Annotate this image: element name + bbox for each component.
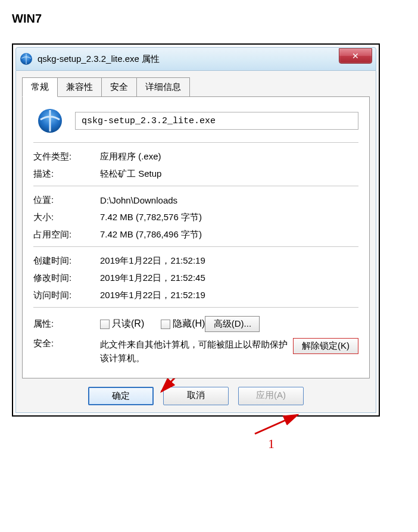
readonly-checkbox[interactable]: 只读(R) — [100, 318, 144, 330]
row-security: 安全: 此文件来自其他计算机，可能被阻止以帮助保护该计算机。 解除锁定(K) — [33, 338, 358, 365]
window-title: qskg-setup_2.3.2_lite.exe 属性 — [38, 54, 160, 65]
hidden-checkbox[interactable]: 隐藏(H) — [161, 318, 205, 330]
svg-line-2 — [255, 415, 298, 434]
attributes-label: 属性: — [33, 318, 100, 330]
modified-value: 2019年1月22日，21:52:45 — [100, 273, 358, 284]
annotation-arrow-1 — [243, 410, 314, 439]
apply-button[interactable]: 应用(A) — [238, 387, 304, 405]
ok-button[interactable]: 确定 — [88, 387, 154, 405]
row-accessed: 访问时间: 2019年1月22日，21:52:19 — [33, 290, 358, 301]
filetype-label: 文件类型: — [33, 151, 100, 162]
unblock-button[interactable]: 解除锁定(K) — [293, 338, 358, 354]
row-created: 创建时间: 2019年1月22日，21:52:19 — [33, 255, 358, 267]
advanced-button[interactable]: 高级(D)... — [205, 316, 260, 332]
row-modified: 修改时间: 2019年1月22日，21:52:45 — [33, 273, 358, 284]
row-description: 描述: 轻松矿工 Setup — [33, 168, 358, 180]
modified-label: 修改时间: — [33, 273, 100, 284]
tab-general[interactable]: 常规 — [22, 77, 58, 97]
created-label: 创建时间: — [33, 255, 100, 267]
page-heading: WIN7 — [12, 12, 406, 26]
close-icon: ✕ — [352, 51, 359, 61]
file-icon — [37, 108, 63, 134]
dialog-body: 常规 兼容性 安全 详细信息 — [15, 71, 376, 413]
checkbox-icon — [161, 320, 170, 329]
annotation-number-1: 1 — [268, 436, 274, 452]
row-size: 大小: 7.42 MB (7,782,576 字节) — [33, 212, 358, 223]
tab-security[interactable]: 安全 — [101, 77, 137, 97]
hidden-label: 隐藏(H) — [173, 318, 205, 330]
attributes-group: 只读(R) 隐藏(H) — [100, 318, 205, 330]
app-icon — [20, 52, 33, 65]
separator — [33, 246, 358, 247]
row-attributes: 属性: 只读(R) 隐藏(H) 高级(D)... — [33, 316, 358, 332]
accessed-label: 访问时间: — [33, 290, 100, 301]
security-label: 安全: — [33, 338, 100, 349]
dialog-buttons: 确定 取消 应用(A) — [22, 387, 370, 405]
location-label: 位置: — [33, 195, 100, 206]
size-label: 大小: — [33, 212, 100, 223]
row-sizeondisk: 占用空间: 7.42 MB (7,786,496 字节) — [33, 229, 358, 240]
sizeondisk-value: 7.42 MB (7,786,496 字节) — [100, 229, 358, 240]
filename-row — [33, 108, 358, 134]
created-value: 2019年1月22日，21:52:19 — [100, 255, 358, 267]
row-filetype: 文件类型: 应用程序 (.exe) — [33, 151, 358, 162]
tab-panel-general: 文件类型: 应用程序 (.exe) 描述: 轻松矿工 Setup 位置: D:\… — [22, 96, 370, 378]
separator — [33, 307, 358, 308]
size-value: 7.42 MB (7,782,576 字节) — [100, 212, 358, 223]
tab-details[interactable]: 详细信息 — [136, 77, 190, 97]
row-location: 位置: D:\John\Downloads — [33, 195, 358, 206]
description-label: 描述: — [33, 168, 100, 180]
cancel-button[interactable]: 取消 — [163, 387, 229, 405]
location-value: D:\John\Downloads — [100, 195, 358, 205]
checkbox-icon — [100, 320, 110, 329]
sizeondisk-label: 占用空间: — [33, 229, 100, 240]
tab-compatibility[interactable]: 兼容性 — [57, 77, 102, 97]
separator — [33, 142, 358, 143]
readonly-label: 只读(R) — [112, 318, 144, 330]
screenshot-frame: qskg-setup_2.3.2_lite.exe 属性 ✕ 常规 兼容性 安全… — [12, 43, 380, 417]
filetype-value: 应用程序 (.exe) — [100, 151, 358, 162]
separator — [33, 186, 358, 186]
description-value: 轻松矿工 Setup — [100, 168, 358, 180]
titlebar: qskg-setup_2.3.2_lite.exe 属性 ✕ — [15, 47, 376, 71]
close-button[interactable]: ✕ — [339, 48, 372, 64]
tab-strip: 常规 兼容性 安全 详细信息 — [22, 77, 370, 97]
filename-input[interactable] — [75, 112, 358, 130]
accessed-value: 2019年1月22日，21:52:19 — [100, 290, 358, 301]
security-text: 此文件来自其他计算机，可能被阻止以帮助保护该计算机。 — [100, 338, 293, 365]
